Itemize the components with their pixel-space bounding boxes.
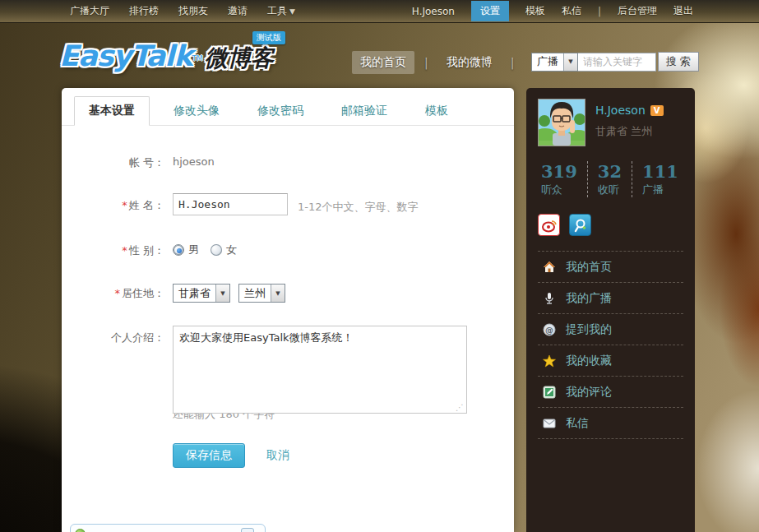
sidebar-menu: 我的首页 我的广播 @ 提到我的 我的收藏: [538, 251, 683, 439]
top-nav-find-friends[interactable]: 找朋友: [178, 4, 208, 18]
header-nav-my-weibo[interactable]: 我的微博: [438, 51, 501, 74]
intro-row: 个人介绍： 欢迎大家使用EasyTalk微博客系统！ ⋰: [62, 326, 514, 417]
sidebar-item-label: 我的广播: [566, 291, 612, 306]
province-select[interactable]: 甘肃省 ▼: [173, 284, 230, 303]
name-input[interactable]: [173, 193, 288, 215]
sidebar-item-private-messages[interactable]: 私信: [538, 408, 683, 439]
profile-stats: 319 听众 32 收听 111 广播: [538, 161, 683, 197]
header-nav-separator: |: [424, 56, 428, 69]
avatar[interactable]: [538, 99, 585, 146]
top-nav-settings[interactable]: 设置: [471, 1, 509, 21]
cancel-link[interactable]: 取消: [266, 448, 289, 463]
search-input[interactable]: [578, 53, 656, 72]
save-button[interactable]: 保存信息: [173, 443, 245, 468]
settings-panel: 基本设置 修改头像 修改密码 邮箱验证 模板 帐 号： hjoeson *姓 名…: [62, 88, 514, 532]
top-nav-admin[interactable]: 后台管理: [618, 4, 657, 18]
online-status-icon: [75, 529, 86, 532]
social-links: [538, 214, 683, 236]
radio-unselected-icon[interactable]: [211, 244, 222, 256]
tencent-weibo-glyph: [572, 217, 589, 234]
search-category-select[interactable]: 广播 ▼: [531, 53, 578, 72]
avatar-cartoon: [539, 99, 585, 146]
profile-name[interactable]: H.Joeson: [595, 104, 646, 117]
top-nav-broadcast-hall[interactable]: 广播大厅: [70, 4, 109, 18]
top-nav-separator: |: [598, 6, 601, 17]
gender-label: *性 别：: [62, 238, 164, 258]
sidebar-item-label: 我的首页: [566, 260, 612, 275]
stat-following[interactable]: 32 收听: [587, 161, 632, 197]
home-icon: [542, 260, 557, 275]
top-nav-tools-menu[interactable]: 工具▼: [267, 4, 295, 18]
sidebar-item-label: 私信: [566, 416, 589, 431]
logo-tm-mark: TM: [192, 54, 202, 62]
tab-email-verify[interactable]: 邮箱验证: [327, 97, 401, 125]
stat-broadcasts[interactable]: 111 广播: [632, 161, 688, 197]
sidebar-item-my-home[interactable]: 我的首页: [538, 252, 683, 283]
app-logo[interactable]: EasyTalkTM微博客 测试版: [59, 39, 274, 74]
chevron-down-icon[interactable]: ▼: [271, 285, 285, 302]
name-row: *姓 名： 1-12个中文、字母、数字: [62, 193, 514, 215]
province-value: 甘肃省: [174, 286, 215, 301]
location-label: *居住地：: [62, 281, 164, 301]
city-value: 兰州: [239, 286, 271, 301]
sidebar-item-my-comments[interactable]: 我的评论: [538, 377, 683, 408]
gender-male-option[interactable]: 男: [173, 243, 211, 257]
search-category-value: 广播: [532, 54, 563, 69]
top-nav-username[interactable]: H.Joeson: [412, 6, 455, 17]
top-nav-ranking[interactable]: 排行榜: [129, 4, 159, 18]
header-nav-my-home[interactable]: 我的首页: [352, 51, 414, 74]
top-nav-invite[interactable]: 邀请: [228, 4, 248, 18]
tab-basic-settings[interactable]: 基本设置: [74, 96, 150, 126]
city-select[interactable]: 兰州 ▼: [238, 284, 285, 303]
gender-male-label: 男: [188, 243, 199, 257]
microphone-icon: [542, 291, 557, 306]
search-button[interactable]: 搜 索: [658, 52, 699, 72]
sidebar-item-favorites[interactable]: 我的收藏: [538, 345, 683, 377]
top-nav-messages[interactable]: 私信: [562, 4, 581, 18]
top-bar: 广播大厅 排行榜 找朋友 邀请 工具▼ H.Joeson 设置 模板 私信 | …: [0, 0, 759, 23]
profile-block: H.Joeson V 甘肃省 兰州: [538, 99, 683, 146]
search-bar: 广播 ▼ 搜 索: [531, 52, 699, 72]
tab-change-avatar[interactable]: 修改头像: [160, 97, 234, 125]
intro-textarea-wrap: 欢迎大家使用EasyTalk微博客系统！ ⋰: [173, 326, 467, 417]
sidebar-item-mentions[interactable]: @ 提到我的: [538, 314, 683, 345]
sidebar-item-label: 我的收藏: [566, 354, 612, 368]
profile-info: H.Joeson V 甘肃省 兰州: [595, 99, 664, 146]
top-nav-logout[interactable]: 退出: [673, 4, 693, 18]
intro-label: 个人介绍：: [62, 326, 164, 345]
top-nav-template[interactable]: 模板: [525, 4, 545, 18]
required-mark: *: [122, 244, 127, 257]
form-actions: 保存信息 取消: [173, 443, 514, 468]
intro-textarea[interactable]: 欢迎大家使用EasyTalk微博客系统！: [173, 326, 467, 414]
webim-bar[interactable]: [70, 524, 266, 532]
webim-toggle-button[interactable]: [241, 528, 254, 532]
name-label: *姓 名：: [62, 193, 164, 213]
page-background: 广播大厅 排行榜 找朋友 邀请 工具▼ H.Joeson 设置 模板 私信 | …: [0, 0, 759, 532]
sidebar-item-my-broadcast[interactable]: 我的广播: [538, 283, 683, 314]
profile-location: 甘肃省 兰州: [595, 124, 664, 139]
account-value: hjoeson: [173, 150, 215, 168]
tencent-weibo-icon[interactable]: [569, 214, 591, 236]
tab-template[interactable]: 模板: [411, 97, 462, 125]
required-mark: *: [115, 287, 121, 299]
logo-text-cn: 微博客: [205, 44, 274, 72]
stat-broadcasts-value: 111: [642, 161, 678, 182]
stat-broadcasts-label: 广播: [642, 183, 678, 197]
svg-text:@: @: [545, 325, 553, 334]
chevron-down-icon[interactable]: ▼: [215, 285, 229, 302]
radio-selected-icon[interactable]: [173, 244, 184, 256]
sina-weibo-icon[interactable]: [538, 214, 560, 236]
location-label-text: 居住地：: [122, 287, 164, 299]
sina-weibo-glyph: [541, 217, 558, 234]
tab-change-password[interactable]: 修改密码: [243, 97, 317, 125]
location-row: *居住地： 甘肃省 ▼ 兰州 ▼: [62, 281, 514, 303]
comment-icon: [542, 385, 557, 400]
name-hint: 1-12个中文、字母、数字: [298, 195, 419, 215]
name-label-text: 姓 名：: [129, 199, 164, 211]
profile-sidebar: H.Joeson V 甘肃省 兰州 319 听众 32 收听 111 广播: [526, 88, 695, 532]
top-nav-right: H.Joeson 设置 模板 私信 | 后台管理 退出: [412, 1, 693, 21]
chevron-down-icon[interactable]: ▼: [563, 53, 577, 71]
header-nav-separator: |: [511, 56, 515, 69]
gender-female-option[interactable]: 女: [211, 243, 248, 257]
stat-listeners[interactable]: 319 听众: [538, 161, 587, 197]
